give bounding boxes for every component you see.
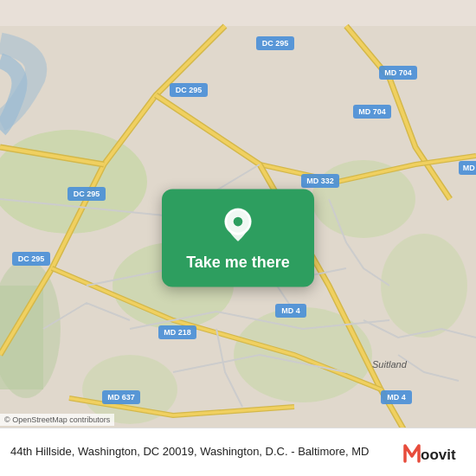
address-text: 44th Hillside, Washington, DC 20019, Was… [10, 444, 403, 460]
svg-point-36 [234, 217, 243, 227]
svg-text:MD 23: MD 23 [463, 164, 476, 172]
svg-point-3 [312, 160, 415, 238]
svg-point-6 [381, 234, 467, 338]
svg-text:MD 704: MD 704 [384, 68, 412, 77]
svg-text:Suitland: Suitland [372, 359, 408, 370]
svg-text:MD 218: MD 218 [164, 328, 191, 337]
svg-text:MD 4: MD 4 [281, 306, 300, 315]
svg-text:oovit: oovit [421, 447, 456, 463]
svg-text:DC 295: DC 295 [262, 39, 289, 48]
svg-text:DC 295: DC 295 [74, 190, 100, 198]
svg-text:MD 4: MD 4 [387, 393, 406, 402]
svg-text:MD 332: MD 332 [306, 177, 334, 185]
svg-point-4 [234, 307, 372, 402]
moovit-logo: oovit [403, 441, 466, 465]
svg-text:DC 295: DC 295 [176, 86, 203, 94]
moovit-logo-svg: oovit [403, 441, 466, 465]
attribution-text: © OpenStreetMap contributors [4, 415, 110, 424]
svg-text:MD 704: MD 704 [358, 107, 386, 116]
bottom-bar: 44th Hillside, Washington, DC 20019, Was… [0, 428, 476, 476]
take-me-there-label: Take me there [186, 254, 290, 272]
take-me-there-button[interactable]: Take me there [162, 190, 314, 287]
map-attribution: © OpenStreetMap contributors [0, 414, 114, 426]
svg-text:DC 295: DC 295 [18, 254, 45, 263]
svg-text:MD 637: MD 637 [107, 393, 135, 402]
map-container: DC 295 DC 295 DC 295 DC 295 MD 704 MD 70… [0, 0, 476, 476]
location-pin-icon [219, 207, 257, 245]
